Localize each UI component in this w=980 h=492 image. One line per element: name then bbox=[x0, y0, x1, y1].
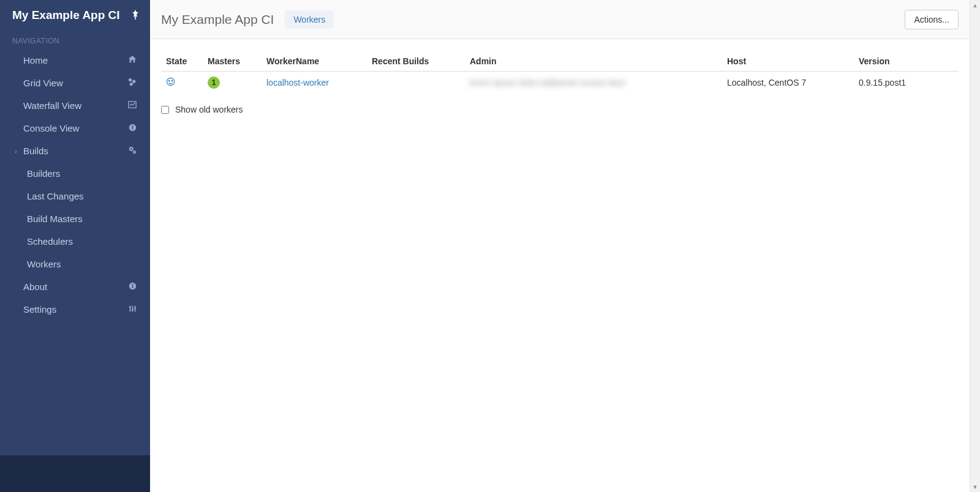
sidebar-subitem-builders[interactable]: Builders bbox=[0, 162, 150, 185]
page-title: My Example App CI bbox=[161, 12, 274, 27]
sidebar-subitem-last-changes[interactable]: Last Changes bbox=[0, 185, 150, 207]
chart-icon bbox=[127, 100, 138, 111]
scroll-up-icon[interactable]: ▲ bbox=[970, 0, 980, 10]
sidebar-item-label: Workers bbox=[27, 259, 61, 269]
cell-recent-builds bbox=[367, 72, 465, 94]
th-worker-name[interactable]: WorkerName bbox=[262, 51, 367, 72]
table-row: 1 localhost-worker lorem ipsum dolor.sit… bbox=[161, 72, 959, 94]
sidebar-item-label: Home bbox=[23, 55, 48, 65]
svg-point-3 bbox=[130, 83, 133, 86]
svg-rect-0 bbox=[135, 16, 136, 20]
sidebar-item-label: Schedulers bbox=[27, 236, 73, 247]
th-state[interactable]: State bbox=[161, 51, 203, 72]
sidebar-item-waterfall-view[interactable]: Waterfall View bbox=[0, 94, 150, 117]
sidebar-footer bbox=[0, 455, 150, 492]
svg-point-9 bbox=[130, 148, 132, 150]
admin-value: lorem ipsum dolor.sit@amet-consec.tetur bbox=[470, 78, 626, 88]
show-old-checkbox[interactable] bbox=[161, 106, 169, 114]
sidebar-item-settings[interactable]: Settings bbox=[0, 298, 150, 321]
sidebar-header: My Example App CI bbox=[0, 0, 150, 31]
smile-icon bbox=[166, 78, 175, 88]
svg-rect-16 bbox=[132, 305, 133, 311]
content: State Masters WorkerName Recent Builds A… bbox=[150, 39, 970, 127]
app-name: My Example App CI bbox=[12, 9, 120, 22]
svg-rect-15 bbox=[129, 305, 130, 311]
svg-rect-7 bbox=[132, 129, 133, 130]
sidebar-item-builds[interactable]: ›Builds bbox=[0, 140, 150, 162]
tab-workers[interactable]: Workers bbox=[285, 10, 334, 29]
sliders-icon bbox=[127, 305, 138, 315]
cell-state bbox=[161, 72, 203, 94]
sidebar-item-label: Waterfall View bbox=[23, 100, 81, 111]
svg-rect-14 bbox=[132, 284, 133, 285]
svg-point-23 bbox=[172, 80, 173, 81]
th-host[interactable]: Host bbox=[722, 51, 854, 72]
scroll-down-icon[interactable]: ▼ bbox=[970, 482, 980, 492]
svg-point-1 bbox=[129, 78, 132, 81]
sidebar-subitem-build-masters[interactable]: Build Masters bbox=[0, 207, 150, 230]
home-icon bbox=[127, 55, 138, 65]
th-recent-builds[interactable]: Recent Builds bbox=[367, 51, 465, 72]
actions-button[interactable]: Actions... bbox=[905, 10, 959, 29]
cell-admin: lorem ipsum dolor.sit@amet-consec.tetur bbox=[465, 72, 722, 94]
sidebar-item-about[interactable]: About bbox=[0, 275, 150, 298]
th-admin[interactable]: Admin bbox=[465, 51, 722, 72]
masters-badge: 1 bbox=[208, 76, 220, 89]
table-header-row: State Masters WorkerName Recent Builds A… bbox=[161, 51, 959, 72]
alert-icon bbox=[127, 124, 138, 133]
chevron-right-icon: › bbox=[15, 147, 20, 155]
th-masters[interactable]: Masters bbox=[203, 51, 262, 72]
show-old-workers[interactable]: Show old workers bbox=[161, 105, 959, 114]
sidebar-subitem-schedulers[interactable]: Schedulers bbox=[0, 230, 150, 253]
show-old-label: Show old workers bbox=[175, 105, 243, 114]
pin-icon[interactable] bbox=[132, 10, 139, 21]
sidebar-item-label: Builds bbox=[23, 146, 48, 156]
svg-rect-19 bbox=[131, 309, 133, 310]
sidebar-item-label: About bbox=[23, 281, 47, 292]
svg-point-21 bbox=[167, 78, 174, 85]
main: My Example App CI Workers Actions... Sta… bbox=[150, 0, 970, 492]
grid-icon bbox=[127, 78, 138, 88]
svg-rect-6 bbox=[132, 125, 133, 128]
sidebar-item-label: Build Masters bbox=[27, 214, 83, 224]
svg-rect-18 bbox=[129, 307, 130, 308]
sidebar-item-label: Last Changes bbox=[27, 191, 84, 201]
gears-icon bbox=[127, 146, 138, 156]
sidebar-item-grid-view[interactable]: Grid View bbox=[0, 72, 150, 94]
sidebar-item-label: Builders bbox=[27, 168, 60, 179]
workers-table: State Masters WorkerName Recent Builds A… bbox=[161, 51, 959, 94]
sidebar: My Example App CI NAVIGATION Home Grid V… bbox=[0, 0, 150, 492]
cell-version: 0.9.15.post1 bbox=[854, 72, 959, 94]
svg-point-22 bbox=[168, 80, 170, 81]
cell-host: Localhost, CentOS 7 bbox=[722, 72, 854, 94]
nav-section-label: NAVIGATION bbox=[0, 31, 150, 49]
scrollbar[interactable]: ▲ ▼ bbox=[970, 0, 980, 492]
svg-rect-13 bbox=[132, 285, 133, 288]
topbar: My Example App CI Workers Actions... bbox=[150, 0, 970, 39]
worker-name-link[interactable]: localhost-worker bbox=[266, 78, 329, 88]
th-version[interactable]: Version bbox=[854, 51, 959, 72]
sidebar-item-label: Grid View bbox=[23, 78, 63, 88]
sidebar-subitem-workers[interactable]: Workers bbox=[0, 253, 150, 275]
cell-masters: 1 bbox=[203, 72, 262, 94]
svg-point-2 bbox=[132, 80, 135, 83]
cell-worker-name: localhost-worker bbox=[262, 72, 367, 94]
sidebar-item-console-view[interactable]: Console View bbox=[0, 117, 150, 140]
sidebar-item-home[interactable]: Home bbox=[0, 49, 150, 72]
sidebar-item-label: Settings bbox=[23, 304, 56, 315]
svg-point-11 bbox=[134, 152, 135, 153]
sidebar-item-label: Console View bbox=[23, 123, 79, 133]
info-icon bbox=[127, 282, 138, 292]
svg-rect-20 bbox=[134, 307, 135, 308]
